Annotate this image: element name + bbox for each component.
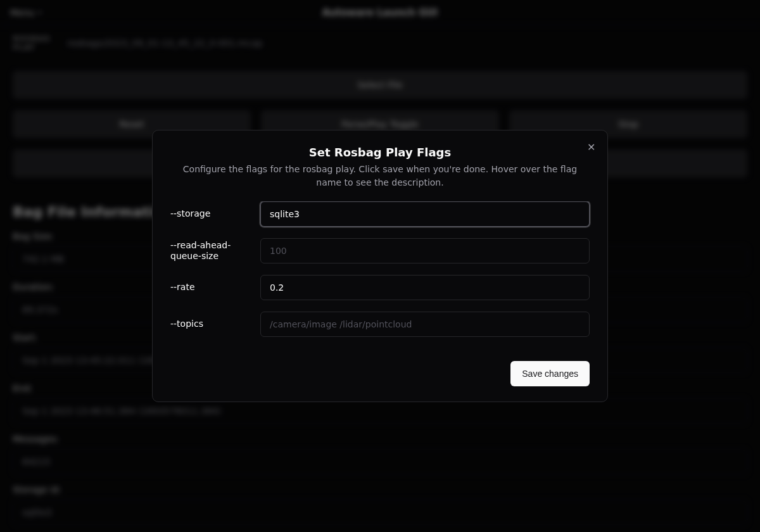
flag-input[interactable] — [260, 238, 590, 263]
flag-row: --topics — [170, 312, 590, 337]
save-label: Save changes — [522, 369, 578, 379]
dialog-description: Configure the flags for the rosbag play.… — [171, 163, 589, 189]
flag-label: --rate — [170, 282, 253, 293]
save-button[interactable]: Save changes — [510, 361, 590, 386]
flag-input[interactable] — [260, 312, 590, 337]
dialog-title: Set Rosbag Play Flags — [170, 146, 590, 159]
flag-input[interactable] — [260, 201, 590, 227]
flags-dialog: ✕ Set Rosbag Play Flags Configure the fl… — [152, 130, 608, 402]
modal-overlay: ✕ Set Rosbag Play Flags Configure the fl… — [0, 0, 760, 532]
flag-row: --read-ahead-queue-size — [170, 238, 590, 263]
flag-row: --rate — [170, 275, 590, 300]
flag-row: --storage — [170, 201, 590, 227]
flags-scroll[interactable]: --storage--read-ahead-queue-size--rate--… — [170, 201, 593, 348]
dialog-footer: Save changes — [170, 361, 590, 386]
flag-label: --storage — [170, 208, 253, 219]
flag-label: --read-ahead-queue-size — [170, 240, 253, 262]
flag-label: --topics — [170, 319, 253, 329]
flag-input[interactable] — [260, 275, 590, 300]
close-icon: ✕ — [587, 141, 595, 153]
close-button[interactable]: ✕ — [583, 139, 598, 155]
